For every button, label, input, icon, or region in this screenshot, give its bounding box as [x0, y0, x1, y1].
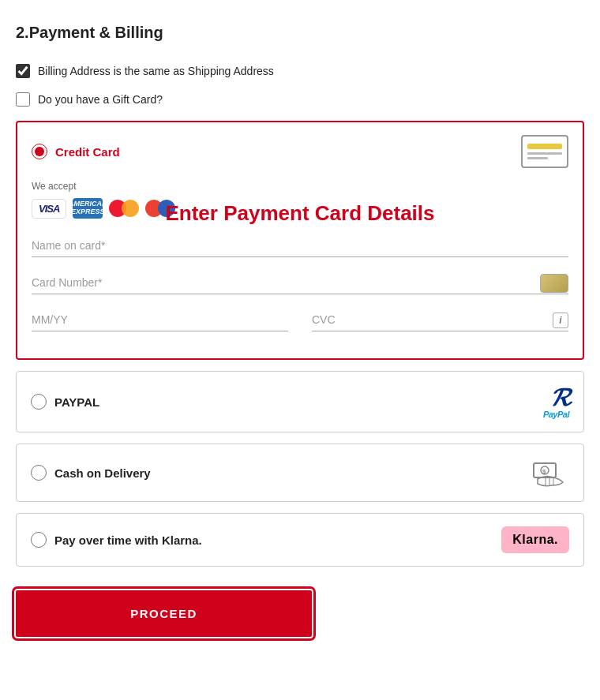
cc-lines [527, 152, 562, 159]
payment-section: Credit Card We accept VISA AMERICANEXPRE… [16, 121, 584, 567]
credit-card-label: Credit Card [55, 145, 120, 159]
card-logos: VISA AMERICANEXPRESS [32, 198, 568, 219]
cod-label: Cash on Delivery [54, 466, 151, 480]
paypal-label: PAYPAL [54, 395, 99, 409]
credit-card-option[interactable]: Credit Card We accept VISA AMERICANEXPRE… [16, 121, 584, 360]
visa-logo: VISA [32, 199, 66, 219]
klarna-label: Pay over time with Klarna. [54, 533, 202, 547]
card-number-input[interactable] [32, 271, 568, 294]
amex-logo: AMERICANEXPRESS [73, 198, 103, 219]
page-title: 2.Payment & Billing [16, 24, 584, 42]
mastercard-logo [109, 198, 139, 219]
cod-icon: $ [530, 457, 569, 489]
paypal-icon: 𝓡 [550, 384, 569, 410]
paypal-radio[interactable] [31, 394, 47, 410]
card-number-field [32, 271, 568, 294]
name-on-card-field [32, 234, 568, 257]
svg-text:$: $ [542, 468, 546, 475]
billing-address-checkbox-row: Billing Address is the same as Shipping … [16, 64, 584, 78]
cod-radio[interactable] [31, 465, 47, 481]
billing-same-checkbox[interactable] [16, 64, 30, 78]
paypal-logo: 𝓡 PayPal [543, 384, 569, 419]
paypal-header: PAYPAL 𝓡 PayPal [31, 384, 569, 419]
proceed-btn-container: PROCEED [16, 590, 584, 637]
cc-line-2 [527, 157, 548, 159]
card-chip-icon [540, 274, 568, 293]
we-accept-label: We accept [32, 181, 568, 192]
klarna-radio[interactable] [31, 532, 47, 548]
billing-same-label[interactable]: Billing Address is the same as Shipping … [38, 65, 274, 77]
credit-card-left: Credit Card [32, 144, 120, 159]
credit-card-header: Credit Card [32, 135, 568, 168]
cod-left: Cash on Delivery [31, 465, 151, 481]
paypal-option[interactable]: PAYPAL 𝓡 PayPal [16, 371, 584, 432]
paypal-text: PayPal [543, 410, 569, 419]
cvc-field: i [312, 309, 568, 331]
cod-option[interactable]: Cash on Delivery $ [16, 444, 584, 502]
cvc-info-icon[interactable]: i [553, 313, 568, 328]
klarna-logo: Klarna. [501, 526, 569, 553]
we-accept-section: We accept VISA AMERICANEXPRESS [32, 181, 568, 219]
gift-card-checkbox[interactable] [16, 92, 30, 107]
gift-card-label[interactable]: Do you have a Gift Card? [38, 93, 163, 106]
cc-stripe [527, 144, 562, 149]
cvc-input[interactable] [312, 309, 568, 331]
expiry-input[interactable] [32, 309, 288, 331]
maestro-logo [145, 198, 175, 219]
proceed-button[interactable]: PROCEED [16, 590, 312, 637]
klarna-option[interactable]: Pay over time with Klarna. Klarna. [16, 513, 584, 567]
mc-circle-right [122, 200, 139, 217]
gift-card-checkbox-row: Do you have a Gift Card? [16, 92, 584, 107]
maestro-circle-right [158, 200, 175, 217]
cod-header: Cash on Delivery $ [31, 457, 569, 489]
klarna-header: Pay over time with Klarna. Klarna. [31, 526, 569, 553]
credit-card-radio[interactable] [32, 144, 47, 159]
credit-card-icon [521, 135, 568, 168]
cc-line-1 [527, 152, 562, 155]
name-on-card-input[interactable] [32, 234, 568, 257]
paypal-left: PAYPAL [31, 394, 99, 410]
expiry-field [32, 309, 288, 331]
klarna-left: Pay over time with Klarna. [31, 532, 202, 548]
expiry-cvc-row: i [32, 309, 568, 346]
